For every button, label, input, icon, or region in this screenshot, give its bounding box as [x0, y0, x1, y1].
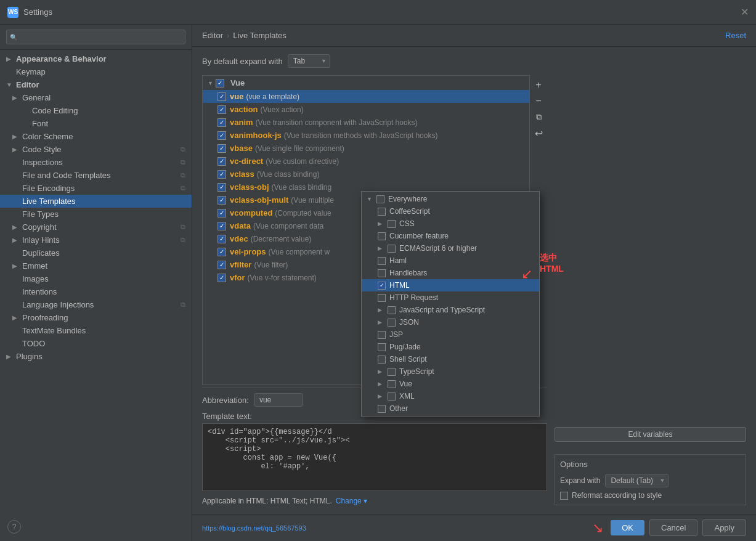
abbreviation-input[interactable] — [254, 393, 303, 407]
search-input[interactable] — [6, 30, 185, 44]
sidebar-item-file-code-templates[interactable]: File and Code Templates ⧉ — [0, 169, 192, 182]
tpl-checkbox[interactable] — [217, 209, 226, 218]
dropdown-item-html[interactable]: HTML — [362, 279, 539, 291]
context-dropdown[interactable]: ▼ Everywhere CoffeeScript ▶ CSS — [361, 191, 540, 417]
dropdown-item-javascript[interactable]: ▶ JavaScript and TypeScript — [362, 304, 539, 316]
dropdown-item-xml[interactable]: ▶ XML — [362, 390, 539, 402]
dropdown-item-vue[interactable]: ▶ Vue — [362, 378, 539, 390]
dropdown-item-shell[interactable]: Shell Script — [362, 353, 539, 365]
sidebar-item-file-types[interactable]: File Types — [0, 208, 192, 221]
tpl-checkbox[interactable] — [217, 92, 226, 101]
template-item-vaction[interactable]: vaction (Vuex action) — [203, 103, 529, 116]
group-checkbox[interactable] — [376, 195, 384, 203]
dropdown-item-http[interactable]: HTTP Request — [362, 291, 539, 304]
ok-button[interactable]: OK — [611, 520, 644, 535]
tpl-checkbox[interactable] — [217, 196, 226, 205]
add-template-button[interactable]: + — [531, 78, 546, 92]
item-checkbox[interactable] — [388, 393, 396, 401]
item-checkbox[interactable] — [388, 306, 396, 314]
sidebar-item-general[interactable]: ▶ General — [0, 91, 192, 104]
item-checkbox[interactable] — [378, 405, 386, 413]
template-item-vcdirect[interactable]: vc-direct (Vue custom directive) — [203, 155, 529, 168]
sidebar-item-editor[interactable]: ▼ Editor — [0, 78, 192, 91]
dropdown-item-typescript[interactable]: ▶ TypeScript — [362, 365, 539, 378]
sidebar-item-keymap[interactable]: Keymap — [0, 65, 192, 78]
template-item-vue[interactable]: vue (vue a template) — [203, 90, 529, 103]
dropdown-item-other[interactable]: Other — [362, 402, 539, 415]
dropdown-item-json[interactable]: ▶ JSON — [362, 316, 539, 328]
sidebar-item-plugins[interactable]: ▶ Plugins — [0, 350, 192, 363]
dropdown-item-css[interactable]: ▶ CSS — [362, 218, 539, 230]
tpl-checkbox[interactable] — [217, 118, 226, 127]
restore-template-button[interactable]: ↩ — [531, 126, 546, 140]
sidebar-item-emmet[interactable]: ▶ Emmet — [0, 259, 192, 272]
sidebar-item-code-style[interactable]: ▶ Code Style ⧉ — [0, 143, 192, 156]
sidebar-item-images[interactable]: Images — [0, 272, 192, 285]
sidebar-item-language-injections[interactable]: Language Injections ⧉ — [0, 298, 192, 311]
template-item-vbase[interactable]: vbase (Vue single file component) — [203, 142, 529, 155]
dropdown-item-coffeescript[interactable]: CoffeeScript — [362, 205, 539, 218]
tpl-checkbox[interactable] — [217, 274, 226, 282]
copy-template-button[interactable]: ⧉ — [531, 110, 546, 124]
tpl-checkbox[interactable] — [217, 105, 226, 114]
sidebar-item-intentions[interactable]: Intentions — [0, 285, 192, 298]
item-checkbox[interactable] — [378, 343, 386, 351]
item-checkbox[interactable] — [388, 368, 396, 376]
dropdown-item-cucumber[interactable]: Cucumber feature — [362, 230, 539, 242]
sidebar-item-duplicates[interactable]: Duplicates — [0, 246, 192, 259]
tpl-checkbox[interactable] — [217, 222, 226, 230]
template-item-vclass[interactable]: vclass (Vue class binding) — [203, 168, 529, 181]
item-checkbox[interactable] — [378, 294, 386, 302]
sidebar-item-inspections[interactable]: Inspections ⧉ — [0, 156, 192, 169]
sidebar-item-font[interactable]: Font — [0, 117, 192, 130]
options-expand-select[interactable]: Default (Tab) Tab Space Enter — [605, 474, 669, 487]
tpl-checkbox[interactable] — [217, 131, 226, 140]
dropdown-item-pug[interactable]: Pug/Jade — [362, 341, 539, 353]
sidebar-item-color-scheme[interactable]: ▶ Color Scheme — [0, 130, 192, 143]
sidebar-item-proofreading[interactable]: ▶ Proofreading — [0, 311, 192, 324]
expand-select[interactable]: Tab Space Enter — [288, 54, 330, 68]
sidebar-item-code-editing[interactable]: Code Editing — [0, 104, 192, 117]
tpl-checkbox[interactable] — [217, 183, 226, 192]
item-checkbox[interactable] — [388, 220, 396, 228]
dropdown-item-handlebars[interactable]: Handlebars — [362, 267, 539, 279]
sidebar-item-todo[interactable]: TODO — [0, 337, 192, 350]
tpl-checkbox[interactable] — [217, 144, 226, 153]
template-text-area[interactable]: <div id="app">{{message}}</d <script src… — [202, 423, 547, 491]
edit-variables-button[interactable]: Edit variables — [555, 427, 746, 442]
reformat-checkbox[interactable] — [560, 492, 568, 500]
remove-template-button[interactable]: − — [531, 94, 546, 108]
apply-button[interactable]: Apply — [702, 519, 746, 536]
dropdown-item-haml[interactable]: Haml — [362, 254, 539, 267]
vue-group-header[interactable]: ▼ Vue — [203, 76, 529, 90]
item-checkbox[interactable] — [388, 245, 396, 253]
template-item-vanim[interactable]: vanim (Vue transition component with Jav… — [203, 116, 529, 129]
sidebar-item-file-encodings[interactable]: File Encodings ⧉ — [0, 182, 192, 195]
item-checkbox[interactable] — [388, 380, 396, 388]
item-checkbox[interactable] — [378, 282, 386, 290]
cancel-button[interactable]: Cancel — [649, 519, 697, 536]
sidebar-item-inlay-hints[interactable]: ▶ Inlay Hints ⧉ — [0, 234, 192, 246]
dropdown-item-jsp[interactable]: JSP — [362, 328, 539, 341]
dropdown-group-everywhere[interactable]: ▼ Everywhere — [362, 193, 539, 205]
item-checkbox[interactable] — [378, 232, 386, 240]
template-item-vanimhook[interactable]: vanimhook-js (Vue transition methods wit… — [203, 129, 529, 142]
item-checkbox[interactable] — [378, 269, 386, 277]
change-link[interactable]: Change ▾ — [336, 497, 367, 505]
item-checkbox[interactable] — [378, 356, 386, 364]
help-button[interactable]: ? — [7, 520, 21, 534]
vue-group-checkbox[interactable] — [216, 79, 224, 87]
item-checkbox[interactable] — [378, 331, 386, 339]
sidebar-item-live-templates[interactable]: Live Templates — [0, 195, 192, 208]
close-button[interactable]: ✕ — [741, 6, 749, 18]
sidebar-item-textmate-bundles[interactable]: TextMate Bundles — [0, 324, 192, 337]
sidebar-item-copyright[interactable]: ▶ Copyright ⧉ — [0, 221, 192, 234]
tpl-checkbox[interactable] — [217, 248, 226, 256]
tpl-checkbox[interactable] — [217, 170, 226, 179]
tpl-checkbox[interactable] — [217, 157, 226, 166]
item-checkbox[interactable] — [388, 319, 396, 327]
dropdown-item-ecmascript[interactable]: ▶ ECMAScript 6 or higher — [362, 242, 539, 254]
item-checkbox[interactable] — [378, 208, 386, 216]
reset-button[interactable]: Reset — [725, 31, 746, 40]
sidebar-item-appearance[interactable]: ▶ Appearance & Behavior — [0, 52, 192, 65]
